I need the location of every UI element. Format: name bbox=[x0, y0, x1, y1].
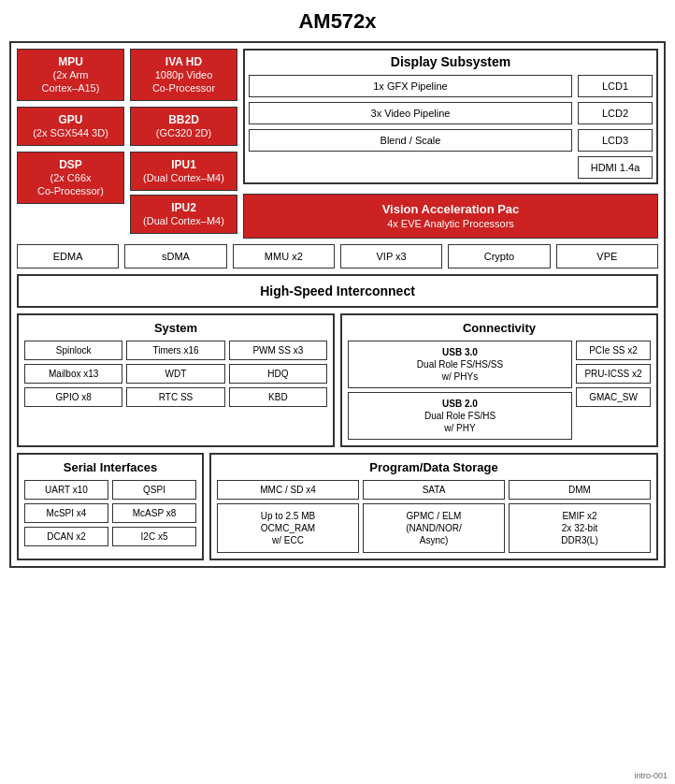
main-title: AM572x bbox=[9, 9, 666, 34]
serial-title: Serial Interfaces bbox=[24, 460, 196, 474]
edma-box: EDMA bbox=[17, 244, 119, 269]
vip-box: VIP x3 bbox=[340, 244, 442, 269]
pru-box: PRU-ICSS x2 bbox=[576, 364, 651, 384]
crypto-box: Crypto bbox=[448, 244, 550, 269]
display-subsystem: Display Subsystem 1x GFX Pipeline 3x Vid… bbox=[243, 49, 658, 184]
system-title: System bbox=[24, 321, 327, 335]
ocmc-box: Up to 2.5 MB OCMC_RAM w/ ECC bbox=[217, 503, 359, 553]
bottom-section: System Spinlock Timers x16 PWM SS x3 Mai… bbox=[17, 313, 658, 447]
mpu-sub: (2x ArmCortex–A15) bbox=[42, 69, 100, 94]
vpe-box: VPE bbox=[556, 244, 658, 269]
uart-box: UART x10 bbox=[24, 480, 108, 500]
col2: IVA HD 1080p VideoCo-Processor BB2D (GC3… bbox=[130, 49, 237, 239]
lcd2-box: LCD2 bbox=[578, 102, 653, 124]
lcd3-box: LCD3 bbox=[578, 129, 653, 152]
outer-box: MPU (2x ArmCortex–A15) GPU (2x SGX544 3D… bbox=[9, 41, 666, 568]
iva-box: IVA HD 1080p VideoCo-Processor bbox=[130, 49, 237, 101]
dsp-box: DSP (2x C66xCo-Processor) bbox=[17, 152, 124, 204]
version-text: intro-001 bbox=[634, 771, 668, 780]
qspi-box: QSPI bbox=[112, 480, 196, 500]
gpu-sub: (2x SGX544 3D) bbox=[33, 127, 108, 138]
dsp-sub: (2x C66xCo-Processor) bbox=[37, 172, 104, 196]
vision-sub: 4x EVE Analytic Processors bbox=[387, 218, 514, 229]
serial-box: Serial Interfaces UART x10 QSPI McSPI x4… bbox=[17, 453, 204, 560]
dmm-box: DMM bbox=[509, 480, 651, 500]
serial-grid: UART x10 QSPI McSPI x4 McASP x8 DCAN x2 … bbox=[24, 480, 196, 546]
display-right: LCD1 LCD2 LCD3 HDMI 1.4a bbox=[578, 75, 653, 179]
chip-row: EDMA sDMA MMU x2 VIP x3 Crypto VPE bbox=[17, 244, 658, 269]
sata-box: SATA bbox=[363, 480, 505, 500]
i2c-box: I2C x5 bbox=[112, 527, 196, 546]
mcspi-box: McSPI x4 bbox=[24, 503, 108, 523]
display-title: Display Subsystem bbox=[249, 54, 653, 69]
spinlock-box: Spinlock bbox=[24, 341, 122, 360]
sdma-box: sDMA bbox=[124, 244, 226, 269]
usb3-box: USB 3.0 Dual Role FS/HS/SS w/ PHYs bbox=[348, 341, 572, 388]
kbd-box: KBD bbox=[229, 387, 327, 407]
mmu-box: MMU x2 bbox=[233, 244, 335, 269]
ipu1-sub: (Dual Cortex–M4) bbox=[143, 172, 224, 183]
dcan-box: DCAN x2 bbox=[24, 527, 108, 546]
emif-box: EMIF x2 2x 32-bit DDR3(L) bbox=[509, 503, 651, 553]
hdmi-box: HDMI 1.4a bbox=[578, 156, 653, 179]
col1: MPU (2x ArmCortex–A15) GPU (2x SGX544 3D… bbox=[17, 49, 124, 239]
bb2d-box: BB2D (GC320 2D) bbox=[130, 107, 237, 146]
ipu2-box: IPU2 (Dual Cortex–M4) bbox=[130, 195, 237, 234]
mmc-box: MMC / SD x4 bbox=[217, 480, 359, 500]
pwm-box: PWM SS x3 bbox=[229, 341, 327, 360]
video-pipeline-box: 3x Video Pipeline bbox=[249, 102, 572, 124]
wdt-box: WDT bbox=[126, 364, 224, 384]
display-left: 1x GFX Pipeline 3x Video Pipeline Blend … bbox=[249, 75, 572, 179]
iva-sub: 1080p VideoCo-Processor bbox=[152, 69, 215, 94]
connectivity-box: Connectivity USB 3.0 Dual Role FS/HS/SS … bbox=[340, 313, 658, 447]
interconnect-box: High-Speed Interconnect bbox=[17, 274, 658, 308]
storage-row1: MMC / SD x4 SATA DMM bbox=[217, 480, 651, 500]
top-section: MPU (2x ArmCortex–A15) GPU (2x SGX544 3D… bbox=[17, 49, 658, 239]
hdq-box: HDQ bbox=[229, 364, 327, 384]
blend-scale-box: Blend / Scale bbox=[249, 129, 572, 152]
gpio-box: GPIO x8 bbox=[24, 387, 122, 407]
page-wrapper: AM572x MPU (2x ArmCortex–A15) GPU (2x SG… bbox=[0, 0, 675, 784]
rtc-box: RTC SS bbox=[126, 387, 224, 407]
left-cols: MPU (2x ArmCortex–A15) GPU (2x SGX544 3D… bbox=[17, 49, 237, 239]
usb2-box: USB 2.0 Dual Role FS/HS w/ PHY bbox=[348, 392, 572, 440]
pcie-box: PCIe SS x2 bbox=[576, 341, 651, 360]
timers-box: Timers x16 bbox=[126, 341, 224, 360]
gfx-pipeline-box: 1x GFX Pipeline bbox=[249, 75, 572, 97]
system-grid: Spinlock Timers x16 PWM SS x3 Mailbox x1… bbox=[24, 341, 327, 407]
storage-row2: Up to 2.5 MB OCMC_RAM w/ ECC GPMC / ELM … bbox=[217, 503, 651, 553]
bb2d-sub: (GC320 2D) bbox=[156, 127, 211, 138]
lower-section: Serial Interfaces UART x10 QSPI McSPI x4… bbox=[17, 453, 658, 560]
mailbox-box: Mailbox x13 bbox=[24, 364, 122, 384]
system-box: System Spinlock Timers x16 PWM SS x3 Mai… bbox=[17, 313, 335, 447]
vision-box: Vision Acceleration Pac 4x EVE Analytic … bbox=[243, 194, 658, 239]
ipu2-sub: (Dual Cortex–M4) bbox=[143, 215, 224, 226]
mpu-box: MPU (2x ArmCortex–A15) bbox=[17, 49, 124, 101]
mcasp-box: McASP x8 bbox=[112, 503, 196, 523]
connectivity-title: Connectivity bbox=[348, 321, 651, 335]
gpu-box: GPU (2x SGX544 3D) bbox=[17, 107, 124, 146]
conn-right: PCIe SS x2 PRU-ICSS x2 GMAC_SW bbox=[576, 341, 651, 440]
display-inner: 1x GFX Pipeline 3x Video Pipeline Blend … bbox=[249, 75, 653, 179]
lcd1-box: LCD1 bbox=[578, 75, 653, 97]
ipu-group: IPU1 (Dual Cortex–M4) IPU2 (Dual Cortex–… bbox=[130, 152, 237, 234]
gmac-box: GMAC_SW bbox=[576, 387, 651, 407]
storage-box: Program/Data Storage MMC / SD x4 SATA DM… bbox=[209, 453, 658, 560]
storage-title: Program/Data Storage bbox=[217, 460, 651, 474]
ipu1-box: IPU1 (Dual Cortex–M4) bbox=[130, 152, 237, 191]
conn-left: USB 3.0 Dual Role FS/HS/SS w/ PHYs USB 2… bbox=[348, 341, 572, 440]
gpmc-box: GPMC / ELM (NAND/NOR/ Async) bbox=[363, 503, 505, 553]
connectivity-inner: USB 3.0 Dual Role FS/HS/SS w/ PHYs USB 2… bbox=[348, 341, 651, 440]
